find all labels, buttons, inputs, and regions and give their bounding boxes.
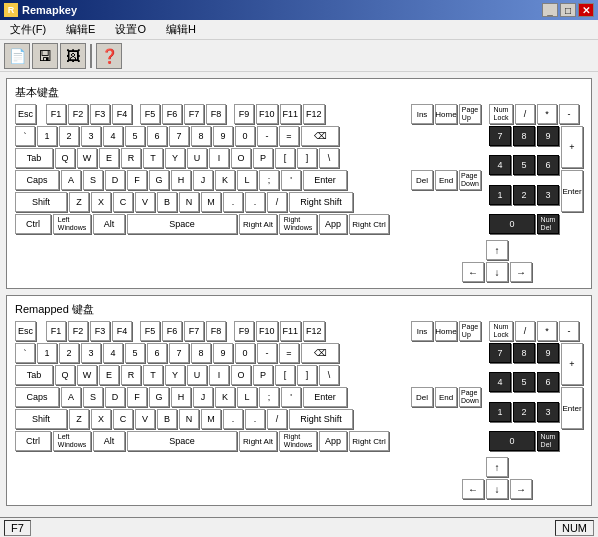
toolbar-open[interactable]: 🖼 (60, 43, 86, 69)
r-key-num-enter[interactable]: Enter (561, 387, 583, 429)
key-num7[interactable]: 7 (489, 126, 511, 146)
key-h[interactable]: H (171, 170, 191, 190)
r-key-p[interactable]: P (253, 365, 273, 385)
key-z[interactable]: Z (69, 192, 89, 212)
r-key-0[interactable]: 0 (235, 343, 255, 363)
r-key-m[interactable]: M (201, 409, 221, 429)
r-key-3[interactable]: 3 (81, 343, 101, 363)
key-pagedown[interactable]: PageDown (459, 170, 481, 190)
key-n[interactable]: N (179, 192, 199, 212)
key-num2[interactable]: 2 (513, 185, 535, 205)
r-key-num8[interactable]: 8 (513, 343, 535, 363)
key-delete[interactable]: Del (411, 170, 433, 190)
key-5[interactable]: 5 (125, 126, 145, 146)
key-ctrl-left[interactable]: Ctrl (15, 214, 51, 234)
r-key-ctrl-left[interactable]: Ctrl (15, 431, 51, 451)
r-key-backslash[interactable]: \ (319, 365, 339, 385)
toolbar-new[interactable]: 📄 (4, 43, 30, 69)
r-key-num-del[interactable]: NumDel (537, 431, 559, 451)
key-rbracket[interactable]: ] (297, 148, 317, 168)
r-key-backtick[interactable]: ` (15, 343, 35, 363)
r-key-equals[interactable]: = (279, 343, 299, 363)
r-key-f6[interactable]: F6 (162, 321, 182, 341)
key-caps[interactable]: Caps (15, 170, 59, 190)
minimize-button[interactable]: _ (542, 3, 558, 17)
key-num-star[interactable]: * (537, 104, 557, 124)
r-key-caps[interactable]: Caps (15, 387, 59, 407)
key-backtick[interactable]: ` (15, 126, 35, 146)
r-key-shift-right[interactable]: Right Shift (289, 409, 353, 429)
r-key-5[interactable]: 5 (125, 343, 145, 363)
r-key-semicolon[interactable]: ; (259, 387, 279, 407)
key-q[interactable]: Q (55, 148, 75, 168)
r-key-num4[interactable]: 4 (489, 372, 511, 392)
key-v[interactable]: V (135, 192, 155, 212)
key-e[interactable]: E (99, 148, 119, 168)
key-space[interactable]: Space (127, 214, 237, 234)
r-key-pagedown[interactable]: PageDown (459, 387, 481, 407)
r-key-2[interactable]: 2 (59, 343, 79, 363)
r-key-num6[interactable]: 6 (537, 372, 559, 392)
r-key-f1[interactable]: F1 (46, 321, 66, 341)
key-num0[interactable]: 0 (489, 214, 535, 234)
r-key-r[interactable]: R (121, 365, 141, 385)
key-alt-left[interactable]: Alt (93, 214, 125, 234)
key-f12[interactable]: F12 (303, 104, 325, 124)
key-i[interactable]: I (209, 148, 229, 168)
r-key-l[interactable]: L (237, 387, 257, 407)
r-key-comma[interactable]: . (223, 409, 243, 429)
r-key-y[interactable]: Y (165, 365, 185, 385)
key-insert[interactable]: Ins (411, 104, 433, 124)
key-num-enter[interactable]: Enter (561, 170, 583, 212)
key-quote[interactable]: ' (281, 170, 301, 190)
r-key-g[interactable]: G (149, 387, 169, 407)
r-key-slash[interactable]: / (267, 409, 287, 429)
r-key-e[interactable]: E (99, 365, 119, 385)
r-key-rbracket[interactable]: ] (297, 365, 317, 385)
toolbar-help[interactable]: ❓ (96, 43, 122, 69)
r-key-num2[interactable]: 2 (513, 402, 535, 422)
key-x[interactable]: X (91, 192, 111, 212)
r-key-f5[interactable]: F5 (140, 321, 160, 341)
key-f-key[interactable]: F (127, 170, 147, 190)
key-g[interactable]: G (149, 170, 169, 190)
key-u[interactable]: U (187, 148, 207, 168)
key-num-plus[interactable]: + (561, 126, 583, 168)
close-button[interactable]: ✕ (578, 3, 594, 17)
key-s[interactable]: S (83, 170, 103, 190)
r-key-s[interactable]: S (83, 387, 103, 407)
key-f11[interactable]: F11 (280, 104, 302, 124)
key-a[interactable]: A (61, 170, 81, 190)
key-slash[interactable]: / (267, 192, 287, 212)
key-1[interactable]: 1 (37, 126, 57, 146)
key-num-minus[interactable]: - (559, 104, 579, 124)
key-num-slash[interactable]: / (515, 104, 535, 124)
key-l[interactable]: L (237, 170, 257, 190)
key-lbracket[interactable]: [ (275, 148, 295, 168)
menu-help[interactable]: 编辑H (160, 20, 202, 39)
key-arrow-up[interactable]: ↑ (486, 240, 508, 260)
r-key-f-key[interactable]: F (127, 387, 147, 407)
r-key-u[interactable]: U (187, 365, 207, 385)
r-key-period[interactable]: . (245, 409, 265, 429)
key-end[interactable]: End (435, 170, 457, 190)
r-key-win-right[interactable]: RightWindows (279, 431, 317, 451)
r-key-arrow-up[interactable]: ↑ (486, 457, 508, 477)
r-key-insert[interactable]: Ins (411, 321, 433, 341)
key-tab[interactable]: Tab (15, 148, 53, 168)
r-key-num-minus[interactable]: - (559, 321, 579, 341)
r-key-z[interactable]: Z (69, 409, 89, 429)
key-equals[interactable]: = (279, 126, 299, 146)
key-8[interactable]: 8 (191, 126, 211, 146)
r-key-shift-left[interactable]: Shift (15, 409, 67, 429)
key-ctrl-right[interactable]: Right Ctrl (349, 214, 389, 234)
key-6[interactable]: 6 (147, 126, 167, 146)
r-key-enter[interactable]: Enter (303, 387, 347, 407)
r-key-t[interactable]: T (143, 365, 163, 385)
r-key-num3[interactable]: 3 (537, 402, 559, 422)
r-key-num0[interactable]: 0 (489, 431, 535, 451)
key-y[interactable]: Y (165, 148, 185, 168)
r-key-num5[interactable]: 5 (513, 372, 535, 392)
r-key-b[interactable]: B (157, 409, 177, 429)
r-key-f9[interactable]: F9 (234, 321, 254, 341)
